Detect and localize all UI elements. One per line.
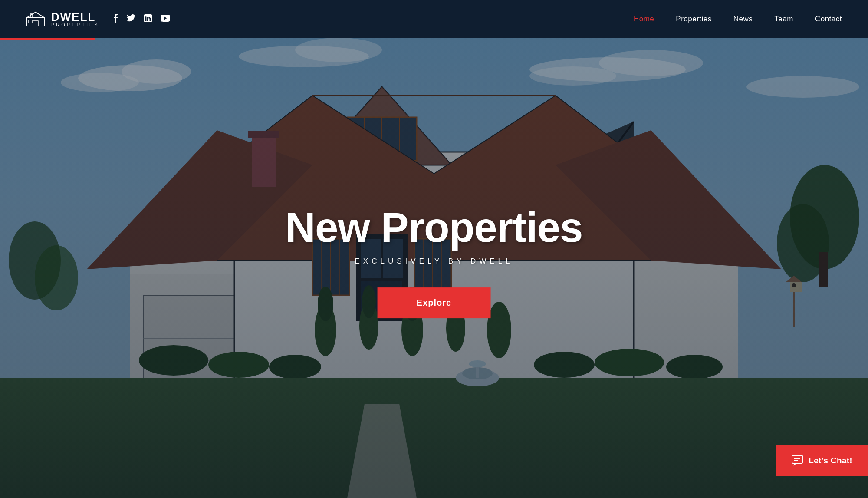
nav-team[interactable]: Team xyxy=(774,15,793,23)
explore-button[interactable]: Explore xyxy=(378,287,490,318)
navbar-right: Home Properties News Team Contact xyxy=(634,15,842,23)
nav-home[interactable]: Home xyxy=(634,15,654,23)
navbar: DWELL PROPERTIES xyxy=(0,0,868,38)
hero-subtitle: EXCLUSIVELY BY DWELL xyxy=(286,257,583,266)
chat-button[interactable]: Let's Chat! xyxy=(776,445,868,476)
svg-rect-105 xyxy=(792,455,802,463)
linkedin-link[interactable] xyxy=(144,14,152,24)
twitter-icon xyxy=(127,14,135,22)
linkedin-icon xyxy=(144,14,152,22)
youtube-link[interactable] xyxy=(161,15,170,24)
svg-rect-0 xyxy=(27,17,44,26)
facebook-link[interactable] xyxy=(113,14,118,25)
chat-label: Let's Chat! xyxy=(809,456,852,465)
twitter-link[interactable] xyxy=(127,14,135,24)
logo-text: DWELL PROPERTIES xyxy=(51,11,99,27)
nav-properties[interactable]: Properties xyxy=(676,15,711,23)
logo-brand-name: DWELL xyxy=(51,11,99,23)
social-icons xyxy=(113,14,170,25)
facebook-icon xyxy=(113,14,118,23)
logo-icon xyxy=(26,11,45,27)
svg-rect-2 xyxy=(29,20,32,23)
chat-icon xyxy=(791,455,803,467)
youtube-icon xyxy=(161,15,170,22)
nav-contact[interactable]: Contact xyxy=(815,15,842,23)
hero-content: New Properties EXCLUSIVELY BY DWELL Expl… xyxy=(286,206,583,319)
hero-section: New Properties EXCLUSIVELY BY DWELL Expl… xyxy=(0,0,868,498)
logo[interactable]: DWELL PROPERTIES xyxy=(26,11,99,27)
hero-title: New Properties xyxy=(286,206,583,250)
svg-rect-1 xyxy=(33,21,38,26)
accent-bar xyxy=(0,38,95,40)
logo-subtitle: PROPERTIES xyxy=(51,23,99,27)
navbar-left: DWELL PROPERTIES xyxy=(26,11,170,27)
nav-news[interactable]: News xyxy=(733,15,753,23)
